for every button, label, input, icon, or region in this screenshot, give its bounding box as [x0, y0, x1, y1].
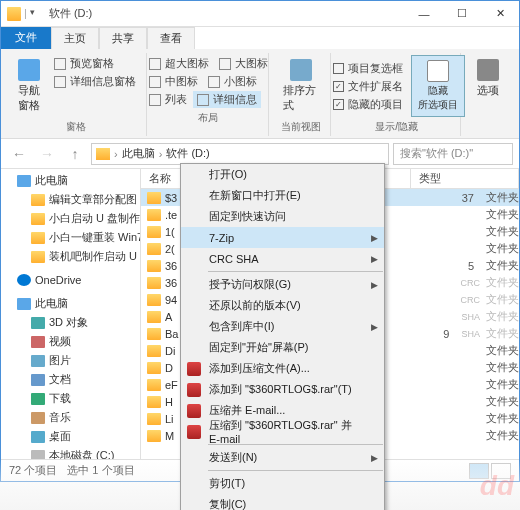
breadcrumb-loc[interactable]: 软件 (D:) [166, 146, 209, 161]
sort-button[interactable]: 排序方式 [277, 55, 324, 117]
group-showhide-label: 显示/隐藏 [375, 120, 418, 134]
tab-share[interactable]: 共享 [99, 27, 147, 49]
ctx-previous-versions[interactable]: 还原以前的版本(V) [181, 295, 384, 316]
folder-icon [147, 209, 161, 221]
group-view-label: 当前视图 [281, 120, 321, 134]
breadcrumb-pc[interactable]: 此电脑 [122, 146, 155, 161]
ctx-open[interactable]: 打开(O) [181, 164, 384, 185]
close-button[interactable]: ✕ [481, 1, 519, 27]
file-type: 文件夹 [482, 428, 519, 443]
tree-doc[interactable]: 文档 [1, 370, 140, 389]
ctx-pin-start[interactable]: 固定到"开始"屏幕(P) [181, 337, 384, 358]
ctx-rar-email[interactable]: 压缩到 "$360RTLOG$.rar" 并 E-mail [181, 421, 384, 442]
file-name: D [165, 362, 181, 374]
file-name: $3 [165, 192, 181, 204]
col-type[interactable]: 类型 [411, 169, 519, 188]
tab-file[interactable]: 文件 [1, 27, 51, 49]
ctx-add-rar[interactable]: 添加到 "$360RTLOG$.rar"(T) [181, 379, 384, 400]
folder-icon [147, 192, 161, 204]
address-bar[interactable]: › 此电脑 › 软件 (D:) [91, 143, 389, 165]
details-pane-button[interactable]: 详细信息窗格 [50, 73, 140, 90]
tab-view[interactable]: 查看 [147, 27, 195, 49]
file-type: 文件夹 [482, 241, 519, 256]
tree-video[interactable]: 视频 [1, 332, 140, 351]
maximize-button[interactable]: ☐ [443, 1, 481, 27]
view-s-icons[interactable]: 小图标 [204, 73, 261, 90]
forward-button[interactable]: → [35, 142, 59, 166]
file-type: CRC文件夹 [457, 275, 520, 290]
view-details[interactable]: 详细信息 [193, 91, 261, 108]
ctx-copy[interactable]: 复制(C) [181, 494, 384, 510]
folder-icon [96, 148, 110, 160]
icons-view-button[interactable] [491, 463, 511, 479]
tree-music[interactable]: 音乐 [1, 408, 140, 427]
file-type: 文件夹 [482, 394, 519, 409]
details-view-button[interactable] [469, 463, 489, 479]
hidden-items[interactable]: ✓隐藏的项目 [329, 96, 407, 113]
preview-pane-button[interactable]: 预览窗格 [50, 55, 140, 72]
tree-item[interactable]: 编辑文章部分配图 [1, 190, 140, 209]
ctx-sendto[interactable]: 发送到(N)▶ [181, 447, 384, 468]
folder-icon [147, 226, 161, 238]
tree-pic[interactable]: 图片 [1, 351, 140, 370]
view-m-icons[interactable]: 中图标 [145, 73, 202, 90]
item-checkboxes[interactable]: 项目复选框 [329, 60, 407, 77]
folder-icon [147, 328, 161, 340]
view-l-icons[interactable]: 大图标 [215, 55, 272, 72]
tree-cdisk[interactable]: 本地磁盘 (C:) [1, 446, 140, 459]
ctx-permissions[interactable]: 授予访问权限(G)▶ [181, 274, 384, 295]
ctx-pin-quick[interactable]: 固定到快速访问 [181, 206, 384, 227]
file-date: 5 [452, 260, 482, 272]
file-name: Li [165, 413, 181, 425]
up-button[interactable]: ↑ [63, 142, 87, 166]
tree-item[interactable]: 小白启动 U 盘制作 [1, 209, 140, 228]
view-xl-icons[interactable]: 超大图标 [145, 55, 213, 72]
file-name: .te [165, 209, 181, 221]
tab-home[interactable]: 主页 [51, 27, 99, 49]
file-name: 94 [165, 294, 181, 306]
file-type: 文件夹 [482, 411, 519, 426]
ctx-add-archive[interactable]: 添加到压缩文件(A)... [181, 358, 384, 379]
ctx-7zip[interactable]: 7-Zip▶ [181, 227, 384, 248]
view-list[interactable]: 列表 [145, 91, 191, 108]
hide-selected-button[interactable]: 隐藏 所选项目 [411, 55, 465, 117]
file-date: 37 [452, 192, 482, 204]
qat-sep: | [24, 7, 27, 21]
file-type: SHA文件夹 [457, 326, 519, 341]
window-title: 软件 (D:) [41, 6, 405, 21]
chevron-right-icon: ▶ [371, 322, 378, 332]
tree-this-pc-2[interactable]: 此电脑 [1, 294, 140, 313]
ctx-crcsha[interactable]: CRC SHA▶ [181, 248, 384, 269]
tree-onedrive[interactable]: OneDrive [1, 272, 140, 288]
folder-icon [147, 311, 161, 323]
archive-icon [187, 404, 201, 418]
file-name: A [165, 311, 181, 323]
folder-icon [147, 362, 161, 374]
file-type: 文件夹 [482, 360, 519, 375]
file-type: 文件夹 [482, 377, 519, 392]
tree-dl[interactable]: 下载 [1, 389, 140, 408]
file-name: 36 [165, 260, 181, 272]
folder-icon [7, 7, 21, 21]
ribbon-tabs: 文件 主页 共享 查看 [1, 27, 519, 49]
tree-item[interactable]: 装机吧制作启动 U 盘 [1, 247, 140, 266]
qat-dropdown-icon[interactable]: ▾ [30, 7, 35, 21]
back-button[interactable]: ← [7, 142, 31, 166]
selected-count: 选中 1 个项目 [67, 463, 134, 478]
minimize-button[interactable]: — [405, 1, 443, 27]
chevron-right-icon: ▶ [371, 233, 378, 243]
file-type: CRC文件夹 [457, 292, 520, 307]
search-input[interactable]: 搜索"软件 (D:)" [393, 143, 513, 165]
ctx-new-window[interactable]: 在新窗口中打开(E) [181, 185, 384, 206]
nav-tree[interactable]: 此电脑 编辑文章部分配图 小白启动 U 盘制作 小白一键重装 Win7 济 装机… [1, 169, 141, 459]
tree-desktop[interactable]: 桌面 [1, 427, 140, 446]
options-button[interactable]: 选项 [471, 55, 505, 102]
tree-item[interactable]: 小白一键重装 Win7 济 [1, 228, 140, 247]
ctx-cut[interactable]: 剪切(T) [181, 473, 384, 494]
file-extensions[interactable]: ✓文件扩展名 [329, 78, 407, 95]
nav-pane-button[interactable]: 导航窗格 [12, 55, 46, 117]
separator [208, 271, 383, 272]
tree-this-pc[interactable]: 此电脑 [1, 171, 140, 190]
ctx-include-library[interactable]: 包含到库中(I)▶ [181, 316, 384, 337]
tree-3d[interactable]: 3D 对象 [1, 313, 140, 332]
